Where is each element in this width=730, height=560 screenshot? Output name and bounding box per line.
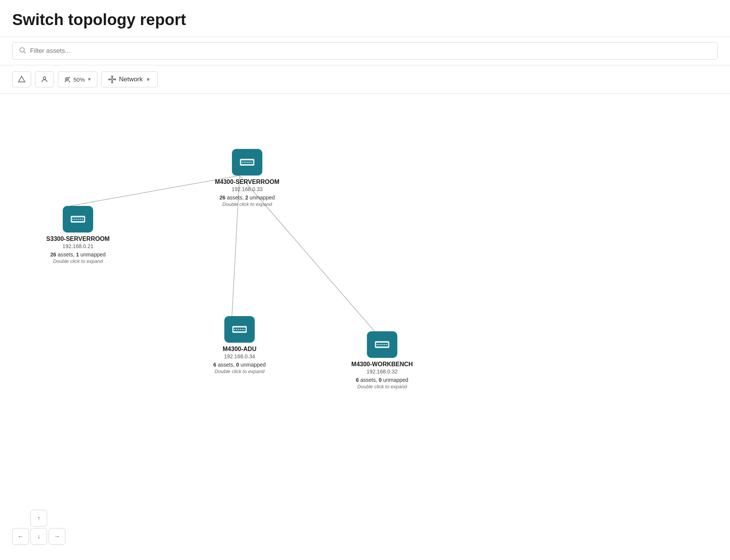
svg-point-8: [65, 81, 66, 82]
svg-point-49: [234, 329, 235, 330]
network-button[interactable]: Network ▼: [101, 71, 158, 87]
search-input[interactable]: [30, 47, 711, 55]
node-hint-serverroom-m4300: Double click to expand: [222, 201, 272, 207]
svg-point-50: [236, 329, 237, 330]
node-serverroom-m4300[interactable]: M4300-SERVERROOM 192.168.0.33 26 assets,…: [209, 149, 285, 207]
node-ip-serverroom-m4300: 192.168.0.33: [232, 186, 263, 192]
search-input-wrapper: [12, 42, 718, 60]
node-ip-workbench-m4300: 192.168.0.32: [367, 369, 398, 375]
svg-point-23: [246, 162, 247, 163]
person-icon-button[interactable]: [35, 71, 54, 87]
topology-svg: [0, 94, 730, 560]
node-icon-serverroom-m4300: [232, 149, 262, 176]
node-icon-serverroom-s3300: [63, 206, 93, 233]
svg-point-68: [386, 344, 387, 345]
svg-point-53: [242, 329, 243, 330]
node-assets-serverroom-m4300: 26 assets, 2 unmapped: [219, 195, 275, 201]
node-hint-workbench-m4300: Double click to expand: [357, 384, 407, 389]
node-hint-serverroom-s3300: Double click to expand: [53, 258, 103, 264]
svg-point-9: [68, 77, 70, 78]
node-name-adu-m4300: M4300-ADU: [223, 346, 257, 353]
node-adu-m4300[interactable]: M4300-ADU 192.168.0.34 6 assets, 0 unmap…: [202, 316, 278, 374]
nav-right-button[interactable]: →: [49, 528, 65, 545]
svg-point-35: [73, 219, 74, 220]
svg-point-26: [251, 162, 252, 163]
svg-point-14: [114, 79, 116, 80]
svg-point-67: [384, 344, 386, 345]
svg-point-11: [111, 76, 113, 77]
nav-down-button[interactable]: ↓: [30, 528, 47, 545]
network-arrow: ▼: [146, 77, 151, 82]
search-icon: [19, 46, 26, 55]
zoom-button[interactable]: 50% ▼: [58, 71, 97, 87]
svg-point-3: [43, 77, 46, 79]
svg-point-25: [249, 162, 251, 163]
node-icon-adu-m4300: [224, 316, 255, 343]
node-hint-adu-m4300: Double click to expand: [215, 369, 265, 374]
svg-point-36: [75, 219, 76, 220]
node-name-serverroom-m4300: M4300-SERVERROOM: [215, 179, 279, 185]
svg-marker-2: [19, 76, 25, 82]
zoom-label: 50%: [73, 76, 85, 83]
svg-point-63: [377, 344, 378, 345]
node-workbench-m4300[interactable]: M4300-WORKBENCH 192.168.0.32 6 assets, 0…: [344, 331, 420, 389]
node-name-workbench-m4300: M4300-WORKBENCH: [351, 361, 413, 368]
node-icon-workbench-m4300: [367, 331, 397, 358]
svg-point-64: [379, 344, 380, 345]
node-name-serverroom-s3300: S3300-SERVERROOM: [46, 236, 110, 242]
svg-point-51: [238, 329, 239, 330]
svg-point-13: [109, 79, 110, 80]
zoom-arrow: ▼: [87, 77, 92, 82]
svg-point-22: [244, 162, 245, 163]
node-ip-adu-m4300: 192.168.0.34: [224, 353, 255, 359]
svg-point-66: [382, 344, 384, 345]
svg-point-52: [240, 329, 241, 330]
nav-controls: ↑ ← ↓ →: [12, 510, 65, 545]
node-assets-serverroom-s3300: 26 assets, 1 unmapped: [50, 252, 106, 258]
node-ip-serverroom-s3300: 192.168.0.21: [62, 243, 94, 249]
svg-point-0: [20, 47, 24, 52]
header: Switch topology report: [0, 0, 730, 37]
svg-point-65: [381, 344, 382, 345]
topology-icon-button[interactable]: [12, 71, 31, 87]
svg-point-39: [80, 219, 81, 220]
svg-point-10: [111, 79, 113, 81]
toolbar: 50% ▼ Network ▼: [0, 65, 730, 94]
svg-point-21: [242, 162, 243, 163]
nav-up-button[interactable]: ↑: [30, 510, 47, 527]
page-title: Switch topology report: [12, 11, 718, 29]
node-serverroom-s3300[interactable]: S3300-SERVERROOM 192.168.0.21 26 assets,…: [40, 206, 116, 264]
canvas-area: ↑ ← ↓ → M4300-SERVERROOM 192.: [0, 94, 730, 560]
svg-point-37: [76, 219, 78, 220]
nav-left-button[interactable]: ←: [12, 528, 29, 545]
network-label: Network: [119, 76, 143, 83]
search-bar: [0, 37, 730, 65]
node-assets-workbench-m4300: 6 assets, 0 unmapped: [356, 377, 408, 383]
svg-point-40: [82, 219, 83, 220]
svg-point-38: [78, 219, 79, 220]
svg-line-1: [24, 52, 26, 54]
page-container: Switch topology report: [0, 0, 730, 560]
svg-point-24: [248, 162, 249, 163]
svg-point-54: [244, 329, 245, 330]
svg-point-12: [111, 82, 113, 83]
node-assets-adu-m4300: 6 assets, 0 unmapped: [213, 362, 266, 368]
svg-line-7: [68, 81, 70, 82]
